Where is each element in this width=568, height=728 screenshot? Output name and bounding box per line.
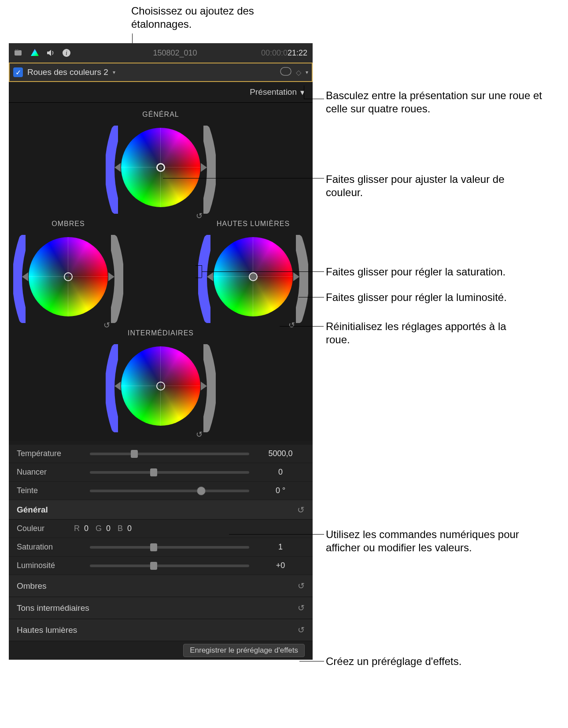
timecode-gray: 00:00:0 — [261, 48, 288, 57]
callout-line — [163, 178, 324, 178]
hue-row: Teinte 0 ° — [9, 482, 313, 500]
color-puck[interactable] — [156, 382, 165, 390]
slider-thumb[interactable] — [150, 543, 157, 551]
highlights-section-title: Hautes lumières — [17, 625, 77, 635]
master-wheel[interactable]: ↺ — [106, 121, 216, 218]
color-puck[interactable] — [156, 163, 165, 172]
hue-value[interactable]: 0 ° — [256, 486, 305, 495]
midtones-section-header[interactable]: Tons intermédiaires ↺ — [9, 597, 313, 619]
callout-line — [299, 297, 324, 297]
reset-wheel-button[interactable]: ↺ — [196, 211, 203, 221]
clip-name: 150802_010 — [95, 48, 255, 58]
brightness-value[interactable]: +0 — [256, 561, 305, 570]
r-label: R — [74, 524, 80, 533]
color-icon[interactable] — [30, 48, 40, 58]
reset-section-button[interactable]: ↺ — [297, 505, 305, 515]
callout-drag-sat: Faites glisser pour régler la saturation… — [326, 265, 555, 279]
callout-line — [202, 271, 324, 272]
svg-rect-6 — [280, 67, 291, 75]
rgb-values: R0 G0 B0 — [74, 524, 305, 533]
highlights-section-header[interactable]: Hautes lumières ↺ — [9, 619, 313, 641]
brightness-handle[interactable] — [108, 272, 114, 281]
mask-icon[interactable] — [280, 67, 291, 78]
keyframe-icon[interactable]: ◇ — [296, 68, 301, 77]
callout-reset: Réinitialisez les réglages apportés à la… — [326, 320, 528, 346]
shadows-wheel-block: OMBRES ↺ — [13, 220, 123, 327]
callout-save-preset: Créez un préréglage d'effets. — [326, 655, 528, 668]
callout-presentation: Basculez entre la présentation sur une r… — [326, 89, 555, 115]
g-label: G — [96, 524, 102, 533]
svg-text:i: i — [66, 50, 67, 56]
save-preset-button[interactable]: Enregistrer le préréglage d'effets — [183, 644, 305, 657]
callout-line — [202, 265, 202, 278]
highlights-wheel[interactable]: ↺ — [198, 230, 308, 327]
callout-line — [299, 661, 324, 661]
temperature-label: Température — [17, 449, 83, 458]
info-icon[interactable]: i — [62, 48, 71, 58]
saturation-handle[interactable] — [114, 382, 121, 390]
audio-icon[interactable] — [46, 48, 55, 58]
reset-section-button[interactable]: ↺ — [298, 581, 305, 591]
general-section-title: Général — [17, 505, 48, 515]
temperature-slider[interactable] — [90, 453, 249, 455]
general-section-header[interactable]: Général ↺ — [9, 500, 313, 520]
highlights-wheel-label: HAUTES LUMIÈRES — [217, 220, 290, 228]
presentation-dropdown[interactable]: Présentation — [250, 87, 297, 97]
callout-line — [195, 278, 202, 278]
saturation-slider[interactable] — [90, 546, 249, 549]
callout-numeric: Utilisez les commandes numériques pour a… — [326, 528, 555, 554]
reset-section-button[interactable]: ↺ — [298, 603, 305, 613]
brightness-label: Luminosité — [17, 561, 83, 570]
hue-label: Teinte — [17, 486, 83, 495]
color-puck[interactable] — [64, 272, 73, 281]
reset-wheel-button[interactable]: ↺ — [288, 320, 295, 330]
tint-value[interactable]: 0 — [256, 468, 305, 477]
correction-enable-checkbox[interactable]: ✓ — [13, 67, 23, 77]
color-puck[interactable] — [249, 272, 258, 281]
temperature-value[interactable]: 5000,0 — [256, 449, 305, 458]
video-icon[interactable] — [14, 48, 24, 58]
callout-drag-color: Faites glisser pour ajuster la valeur de… — [326, 173, 528, 199]
saturation-value[interactable]: 1 — [256, 542, 305, 552]
shadows-section-header[interactable]: Ombres ↺ — [9, 575, 313, 597]
midtones-wheel-label: INTERMÉDIAIRES — [128, 329, 194, 337]
chevron-down-icon[interactable]: ▾ — [113, 69, 115, 75]
midtones-section-title: Tons intermédiaires — [17, 603, 89, 613]
svg-marker-3 — [31, 49, 39, 56]
brightness-handle[interactable] — [201, 163, 207, 172]
midtones-wheel[interactable]: ↺ — [106, 340, 216, 437]
slider-thumb[interactable] — [131, 450, 138, 458]
shadows-wheel[interactable]: ↺ — [13, 230, 123, 327]
callout-line — [304, 85, 304, 99]
g-value[interactable]: 0 — [106, 524, 111, 533]
saturation-handle[interactable] — [22, 272, 28, 281]
callout-line — [280, 326, 324, 327]
svg-rect-0 — [15, 50, 22, 56]
saturation-handle[interactable] — [207, 272, 213, 281]
color-rgb-row: Couleur R0 G0 B0 — [9, 520, 313, 538]
brightness-handle[interactable] — [293, 272, 299, 281]
callout-top: Choisissez ou ajoutez des étalonnages. — [131, 4, 307, 31]
brightness-slider[interactable] — [90, 565, 249, 567]
tint-slider[interactable] — [90, 471, 249, 474]
brightness-row: Luminosité +0 — [9, 557, 313, 575]
reset-section-button[interactable]: ↺ — [298, 625, 305, 635]
saturation-handle[interactable] — [114, 163, 121, 172]
b-value[interactable]: 0 — [127, 524, 132, 533]
correction-bar: ✓ Roues des couleurs 2 ▾ ◇ ▾ — [9, 63, 313, 82]
slider-thumb[interactable] — [197, 487, 206, 495]
correction-name-dropdown[interactable]: Roues des couleurs 2 — [27, 67, 108, 77]
saturation-label: Saturation — [17, 542, 83, 552]
r-value[interactable]: 0 — [84, 524, 89, 533]
slider-thumb[interactable] — [150, 562, 157, 570]
temperature-row: Température 5000,0 — [9, 445, 313, 463]
reset-wheel-button[interactable]: ↺ — [196, 430, 203, 439]
midtones-wheel-block: INTERMÉDIAIRES ↺ — [106, 329, 216, 437]
reset-wheel-button[interactable]: ↺ — [103, 320, 110, 330]
slider-thumb[interactable] — [150, 468, 157, 476]
timecode-white: 21:22 — [288, 48, 307, 57]
timecode: 00:00:021:22 — [261, 48, 307, 58]
chevron-down-icon[interactable]: ▾ — [306, 69, 308, 75]
hue-slider[interactable] — [90, 490, 249, 492]
brightness-handle[interactable] — [201, 382, 207, 390]
